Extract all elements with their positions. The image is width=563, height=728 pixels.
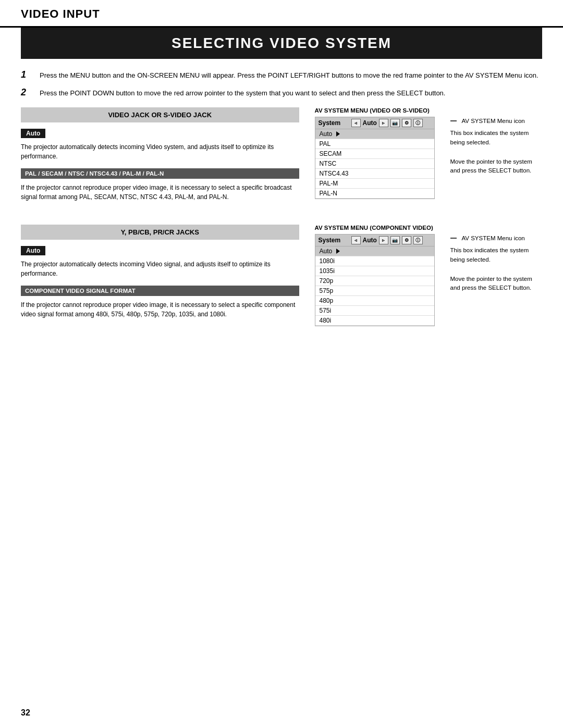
av-comp-menu-label: AV SYSTEM MENU (COMPONENT VIDEO) (315, 225, 543, 231)
av-video-item-paln-label: PAL-N (320, 190, 337, 197)
av-video-annot-box-text: This box indicates the system being sele… (450, 129, 543, 147)
video-jack-section: VIDEO JACK OR S-VIDEO JACK Auto The proj… (21, 107, 542, 205)
av-comp-annot-box-text: This box indicates the system being sele… (450, 246, 543, 264)
av-video-item-auto-arrow (336, 131, 340, 137)
video-auto-text: The projector automatically detects inco… (21, 142, 299, 161)
page-title: Selecting Video System (31, 35, 532, 52)
av-video-item-auto-label: Auto (320, 130, 333, 138)
av-comp-item-auto[interactable]: Auto (315, 246, 434, 256)
component-sub-header: COMPONENT VIDEO SIGNAL FORMAT (21, 286, 299, 296)
component-left: Y, Pb/Cb, Pr/Cr JACKS Auto The projector… (21, 225, 299, 326)
av-comp-icon-back: ◃ (351, 236, 361, 244)
av-video-top-bar: System ◃ Auto ▹ 📷 ⚙ ⓘ (315, 117, 434, 129)
av-video-item-pal[interactable]: PAL (315, 139, 434, 149)
av-video-item-pal-label: PAL (320, 140, 331, 147)
av-video-item-paln[interactable]: PAL-N (315, 189, 434, 199)
av-video-annot-arrow-1 (450, 118, 459, 124)
video-jack-left: VIDEO JACK OR S-VIDEO JACK Auto The proj… (21, 107, 299, 205)
av-comp-system-label: System (319, 237, 347, 244)
av-comp-item-1080i[interactable]: 1080i (315, 256, 434, 266)
page-number: 32 (21, 708, 30, 718)
av-comp-item-1035i[interactable]: 1035i (315, 266, 434, 276)
av-video-item-palm-label: PAL-M (320, 180, 338, 187)
av-video-item-ntsc443-label: NTSC4.43 (320, 170, 349, 177)
av-comp-item-720p[interactable]: 720p (315, 276, 434, 286)
av-comp-item-auto-arrow (336, 249, 340, 254)
video-sub-text: If the projector cannot reproduce proper… (21, 183, 299, 202)
component-auto-text: The projector automatically detects inco… (21, 260, 299, 278)
av-comp-annot-icon: AV SYSTEM Menu icon (450, 234, 543, 243)
av-comp-item-480p[interactable]: 480p (315, 296, 434, 306)
av-video-annot-box: This box indicates the system being sele… (450, 129, 543, 147)
av-comp-item-1080i-label: 1080i (320, 257, 335, 265)
av-comp-annot-ptr-text: Move the pointer to the system and press… (450, 275, 543, 293)
video-sub-header: PAL / SECAM / NTSC / NTSC4.43 / PAL-M / … (21, 168, 299, 179)
av-video-icon-set: ⚙ (402, 119, 411, 127)
av-video-item-secam-label: SECAM (320, 150, 342, 157)
av-comp-item-480p-label: 480p (320, 297, 334, 304)
av-video-annotations: AV SYSTEM Menu icon This box indicates t… (450, 117, 543, 178)
av-comp-icon-info: ⓘ (413, 236, 423, 244)
step-2-text: Press the POINT DOWN button to move the … (40, 88, 445, 98)
av-comp-icon-img: 📷 (390, 236, 400, 244)
av-video-icon-info: ⓘ (413, 119, 423, 127)
av-comp-icon-bar: ◃ Auto ▹ 📷 ⚙ ⓘ (351, 236, 423, 244)
av-video-menu-label: AV SYSTEM MENU (VIDEO OR S-VIDEO) (315, 107, 543, 114)
av-video-system-label: System (319, 119, 347, 127)
av-video-icon-fwd: ▹ (379, 119, 388, 127)
section-divider-1 (21, 205, 542, 215)
av-video-icon-img: 📷 (390, 119, 400, 127)
av-comp-item-auto-label: Auto (320, 248, 333, 255)
av-comp-menu-area: System ◃ Auto ▹ 📷 ⚙ ⓘ (315, 234, 543, 326)
av-comp-item-575p-label: 575p (320, 287, 334, 294)
av-video-auto-val: Auto (363, 119, 377, 127)
av-video-annot-ptr: Move the pointer to the system and press… (450, 157, 543, 176)
av-comp-item-575i[interactable]: 575i (315, 306, 434, 316)
step-2-number: 2 (21, 87, 36, 98)
av-comp-item-575p[interactable]: 575p (315, 286, 434, 296)
av-video-icon-back: ◃ (351, 119, 361, 127)
page-container: Video Input Selecting Video System 1 Pre… (0, 0, 563, 728)
component-right: AV SYSTEM MENU (COMPONENT VIDEO) System … (315, 225, 543, 326)
av-video-icon-bar: ◃ Auto ▹ 📷 ⚙ ⓘ (351, 119, 423, 127)
av-video-annot-icon-text: AV SYSTEM Menu icon (462, 117, 525, 126)
av-video-item-palm[interactable]: PAL-M (315, 179, 434, 189)
video-jack-right: AV SYSTEM MENU (VIDEO OR S-VIDEO) System… (315, 107, 543, 205)
av-comp-menu-box: System ◃ Auto ▹ 📷 ⚙ ⓘ (315, 234, 435, 326)
av-comp-icon-fwd: ▹ (379, 236, 388, 244)
av-video-menu-box: System ◃ Auto ▹ 📷 ⚙ ⓘ (315, 117, 435, 199)
av-video-menu-area: System ◃ Auto ▹ 📷 ⚙ ⓘ (315, 117, 543, 199)
av-comp-annot-icon-text: AV SYSTEM Menu icon (462, 234, 525, 243)
av-comp-item-575i-label: 575i (320, 307, 332, 314)
av-video-annot-ptr-text: Move the pointer to the system and press… (450, 157, 543, 176)
main-content: Selecting Video System 1 Press the MENU … (0, 28, 563, 347)
av-comp-annot-ptr: Move the pointer to the system and press… (450, 275, 543, 293)
av-comp-item-480i[interactable]: 480i (315, 316, 434, 326)
av-video-item-ntsc443[interactable]: NTSC4.43 (315, 169, 434, 179)
av-video-item-ntsc-label: NTSC (320, 160, 337, 167)
av-comp-auto-val: Auto (363, 237, 377, 244)
video-auto-badge: Auto (21, 129, 45, 138)
component-auto-badge: Auto (21, 246, 45, 255)
av-video-item-ntsc[interactable]: NTSC (315, 159, 434, 169)
av-comp-annot-arrow-1 (450, 236, 459, 241)
top-header: Video Input (0, 0, 563, 28)
av-comp-item-720p-label: 720p (320, 277, 334, 285)
av-video-item-secam[interactable]: SECAM (315, 149, 434, 159)
av-comp-item-1035i-label: 1035i (320, 267, 335, 275)
av-comp-annotations: AV SYSTEM Menu icon This box indicates t… (450, 234, 543, 295)
av-comp-annot-box: This box indicates the system being sele… (450, 246, 543, 264)
component-section: Y, Pb/Cb, Pr/Cr JACKS Auto The projector… (21, 225, 542, 326)
component-header: Y, Pb/Cb, Pr/Cr JACKS (21, 225, 299, 240)
step-1: 1 Press the MENU button and the ON-SCREE… (21, 70, 542, 81)
av-comp-icon-set: ⚙ (402, 236, 411, 244)
av-comp-item-480i-label: 480i (320, 317, 332, 324)
step-1-text: Press the MENU button and the ON-SCREEN … (40, 70, 538, 81)
video-jack-header: VIDEO JACK OR S-VIDEO JACK (21, 107, 299, 122)
step-2: 2 Press the POINT DOWN button to move th… (21, 88, 542, 98)
component-sub-text: If the projector cannot reproduce proper… (21, 300, 299, 319)
av-comp-top-bar: System ◃ Auto ▹ 📷 ⚙ ⓘ (315, 235, 434, 246)
av-video-annot-icon: AV SYSTEM Menu icon (450, 117, 543, 126)
page-section-title: Video Input (21, 7, 100, 20)
av-video-item-auto[interactable]: Auto (315, 129, 434, 139)
